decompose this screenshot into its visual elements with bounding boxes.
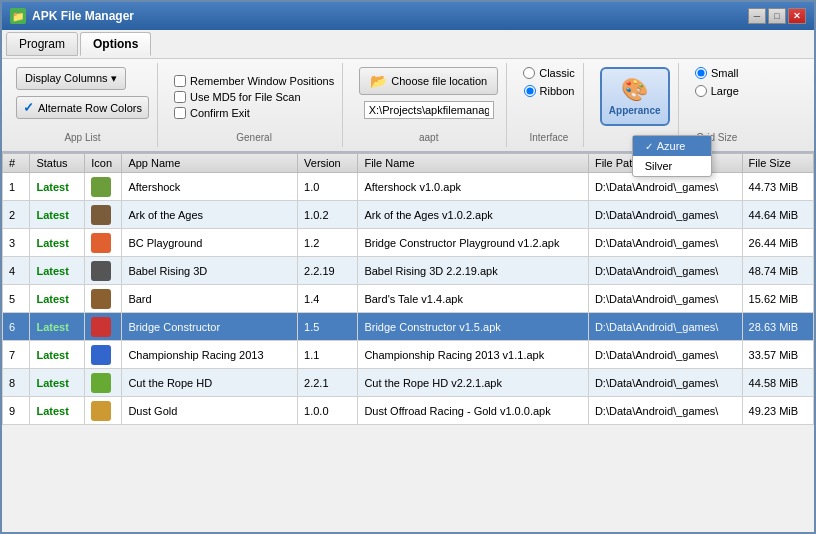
confirm-exit-checkbox[interactable] bbox=[174, 107, 186, 119]
table-row[interactable]: 2 Latest Ark of the Ages 1.0.2 Ark of th… bbox=[3, 201, 814, 229]
table-row[interactable]: 9 Latest Dust Gold 1.0.0 Dust Offroad Ra… bbox=[3, 397, 814, 425]
cell-version: 1.2 bbox=[298, 229, 358, 257]
aapt-group-label: aapt bbox=[419, 130, 438, 143]
small-radio[interactable] bbox=[695, 67, 707, 79]
tab-program[interactable]: Program bbox=[6, 32, 78, 56]
large-radio-row[interactable]: Large bbox=[695, 85, 739, 97]
cell-filename: Bard's Tale v1.4.apk bbox=[358, 285, 589, 313]
cell-icon bbox=[85, 201, 122, 229]
small-radio-row[interactable]: Small bbox=[695, 67, 739, 79]
cell-icon bbox=[85, 313, 122, 341]
table-row[interactable]: 7 Latest Championship Racing 2013 1.1 Ch… bbox=[3, 341, 814, 369]
alt-row-label: Alternate Row Colors bbox=[38, 102, 142, 114]
minimize-button[interactable]: ─ bbox=[748, 8, 766, 24]
maximize-button[interactable]: □ bbox=[768, 8, 786, 24]
app-icon-placeholder bbox=[91, 177, 111, 197]
cell-icon bbox=[85, 397, 122, 425]
cell-filepath: D:\Data\Android\_games\ bbox=[588, 285, 742, 313]
table-row[interactable]: 8 Latest Cut the Rope HD 2.2.1 Cut the R… bbox=[3, 369, 814, 397]
col-header-filename[interactable]: File Name bbox=[358, 154, 589, 173]
ribbon-radio-row[interactable]: Ribbon bbox=[524, 85, 575, 97]
ribbon-group-appearance: 🎨 Apperance ✓ Azure Silver x bbox=[592, 63, 679, 147]
alternate-row-colors-button[interactable]: ✓ Alternate Row Colors bbox=[16, 96, 149, 119]
table-scroll[interactable]: # Status Icon App Name Version File Name… bbox=[2, 153, 814, 532]
col-header-status[interactable]: Status bbox=[30, 154, 85, 173]
classic-radio-row[interactable]: Classic bbox=[523, 67, 574, 79]
appearance-dropdown: ✓ Azure Silver bbox=[632, 135, 712, 177]
table-row[interactable]: 5 Latest Bard 1.4 Bard's Tale v1.4.apk D… bbox=[3, 285, 814, 313]
large-radio[interactable] bbox=[695, 85, 707, 97]
cell-version: 1.0.2 bbox=[298, 201, 358, 229]
cell-name: Babel Rising 3D bbox=[122, 257, 298, 285]
table-row[interactable]: 4 Latest Babel Rising 3D 2.2.19 Babel Ri… bbox=[3, 257, 814, 285]
app-list-group-label: App List bbox=[64, 130, 100, 143]
confirm-exit-label: Confirm Exit bbox=[190, 107, 250, 119]
cell-filesize: 48.74 MiB bbox=[742, 257, 813, 285]
cell-status: Latest bbox=[30, 369, 85, 397]
interface-controls: Classic Ribbon bbox=[523, 67, 574, 126]
cell-filesize: 44.58 MiB bbox=[742, 369, 813, 397]
checkmark-icon: ✓ bbox=[23, 100, 34, 115]
app-icon-placeholder bbox=[91, 261, 111, 281]
col-header-icon[interactable]: Icon bbox=[85, 154, 122, 173]
ribbon-radio[interactable] bbox=[524, 85, 536, 97]
col-header-filesize[interactable]: File Size bbox=[742, 154, 813, 173]
classic-radio[interactable] bbox=[523, 67, 535, 79]
cell-status: Latest bbox=[30, 257, 85, 285]
dropdown-item-silver[interactable]: Silver bbox=[633, 156, 711, 176]
cell-filename: Dust Offroad Racing - Gold v1.0.0.apk bbox=[358, 397, 589, 425]
cell-filesize: 44.73 MiB bbox=[742, 173, 813, 201]
col-header-name[interactable]: App Name bbox=[122, 154, 298, 173]
cell-filename: Cut the Rope HD v2.2.1.apk bbox=[358, 369, 589, 397]
cell-num: 6 bbox=[3, 313, 30, 341]
aapt-path-input[interactable] bbox=[364, 101, 494, 119]
choose-file-button[interactable]: 📂 Choose file location bbox=[359, 67, 498, 95]
azure-checkmark: ✓ bbox=[645, 141, 653, 152]
cell-status: Latest bbox=[30, 341, 85, 369]
menu-bar: Program Options bbox=[2, 30, 814, 59]
cell-filesize: 44.64 MiB bbox=[742, 201, 813, 229]
cell-version: 1.4 bbox=[298, 285, 358, 313]
grid-size-controls: Small Large bbox=[695, 67, 739, 126]
cell-icon bbox=[85, 173, 122, 201]
use-md5-checkbox[interactable] bbox=[174, 91, 186, 103]
close-button[interactable]: ✕ bbox=[788, 8, 806, 24]
use-md5-row[interactable]: Use MD5 for File Scan bbox=[174, 91, 334, 103]
display-columns-label: Display Columns ▾ bbox=[25, 72, 117, 85]
cell-icon bbox=[85, 369, 122, 397]
col-header-version[interactable]: Version bbox=[298, 154, 358, 173]
display-columns-button[interactable]: Display Columns ▾ bbox=[16, 67, 126, 90]
table-row[interactable]: 6 Latest Bridge Constructor 1.5 Bridge C… bbox=[3, 313, 814, 341]
small-label: Small bbox=[711, 67, 739, 79]
app-icon-placeholder bbox=[91, 401, 111, 421]
cell-filesize: 26.44 MiB bbox=[742, 229, 813, 257]
app-icon-placeholder bbox=[91, 205, 111, 225]
general-checkboxes: Remember Window Positions Use MD5 for Fi… bbox=[174, 75, 334, 119]
cell-name: BC Playground bbox=[122, 229, 298, 257]
table-row[interactable]: 3 Latest BC Playground 1.2 Bridge Constr… bbox=[3, 229, 814, 257]
remember-window-checkbox[interactable] bbox=[174, 75, 186, 87]
tab-options[interactable]: Options bbox=[80, 32, 151, 56]
cell-name: Cut the Rope HD bbox=[122, 369, 298, 397]
app-table: # Status Icon App Name Version File Name… bbox=[2, 153, 814, 425]
cell-filename: Ark of the Ages v1.0.2.apk bbox=[358, 201, 589, 229]
dropdown-item-azure[interactable]: ✓ Azure bbox=[633, 136, 711, 156]
app-list-controls: Display Columns ▾ ✓ Alternate Row Colors bbox=[16, 67, 149, 126]
appearance-button[interactable]: 🎨 Apperance bbox=[600, 67, 670, 126]
remember-window-row[interactable]: Remember Window Positions bbox=[174, 75, 334, 87]
cell-filesize: 49.23 MiB bbox=[742, 397, 813, 425]
cell-name: Championship Racing 2013 bbox=[122, 341, 298, 369]
confirm-exit-row[interactable]: Confirm Exit bbox=[174, 107, 334, 119]
ribbon-group-aapt: 📂 Choose file location aapt bbox=[351, 63, 507, 147]
general-controls: Remember Window Positions Use MD5 for Fi… bbox=[174, 67, 334, 126]
cell-filename: Championship Racing 2013 v1.1.apk bbox=[358, 341, 589, 369]
aapt-controls: 📂 Choose file location bbox=[359, 67, 498, 126]
cell-filesize: 33.57 MiB bbox=[742, 341, 813, 369]
use-md5-label: Use MD5 for File Scan bbox=[190, 91, 301, 103]
cell-name: Ark of the Ages bbox=[122, 201, 298, 229]
cell-name: Bridge Constructor bbox=[122, 313, 298, 341]
cell-filename: Aftershock v1.0.apk bbox=[358, 173, 589, 201]
app-icon-placeholder bbox=[91, 317, 111, 337]
cell-num: 3 bbox=[3, 229, 30, 257]
cell-num: 4 bbox=[3, 257, 30, 285]
